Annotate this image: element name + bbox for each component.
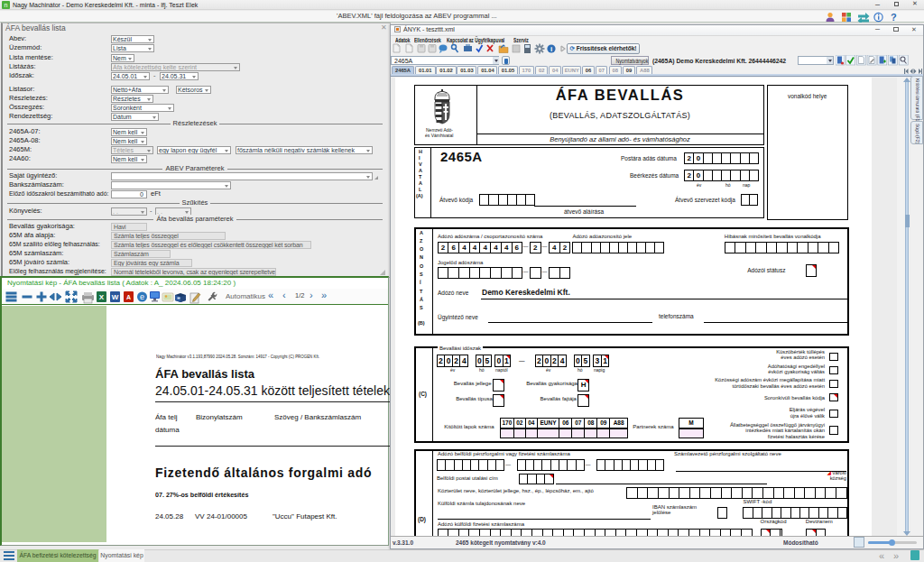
svg-text:W: W (112, 293, 119, 301)
svg-text:i: i (550, 45, 552, 53)
svg-text:X: X (99, 293, 105, 301)
svg-text:?: ? (891, 12, 897, 23)
svg-text:A: A (126, 294, 131, 300)
svg-text:e: e (140, 292, 144, 301)
